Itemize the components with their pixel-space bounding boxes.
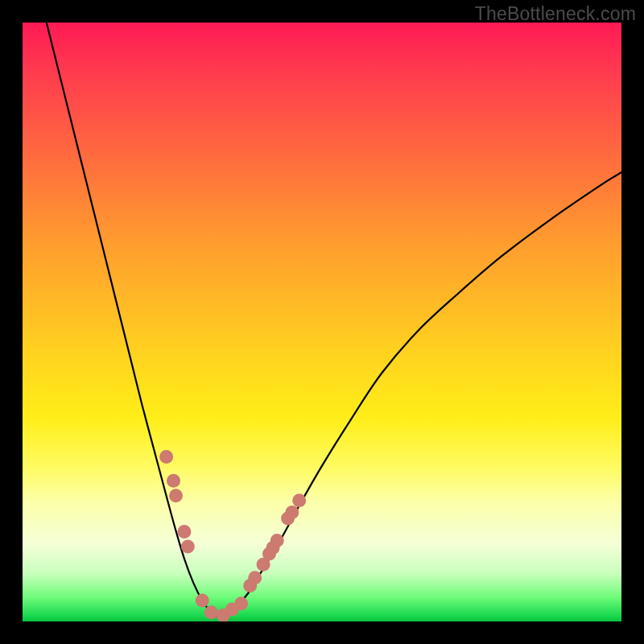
marker-dot <box>196 594 209 608</box>
curve-left-branch <box>47 23 221 618</box>
marker-dot <box>159 450 173 464</box>
plot-area <box>23 23 621 621</box>
marker-dot <box>248 571 262 584</box>
marker-dot <box>169 489 183 502</box>
marker-dot <box>270 534 284 547</box>
marker-dot <box>292 493 306 507</box>
marker-dot <box>204 605 218 619</box>
marker-dot <box>167 474 180 488</box>
marker-dot <box>285 506 299 519</box>
curve-right-branch <box>221 172 621 618</box>
marker-group <box>159 450 306 621</box>
curve-layer <box>23 23 621 621</box>
marker-dot <box>177 525 191 539</box>
marker-dot <box>234 597 248 610</box>
chart-stage: TheBottleneck.com <box>0 0 644 644</box>
watermark-text: TheBottleneck.com <box>475 3 636 25</box>
marker-dot <box>181 540 195 554</box>
